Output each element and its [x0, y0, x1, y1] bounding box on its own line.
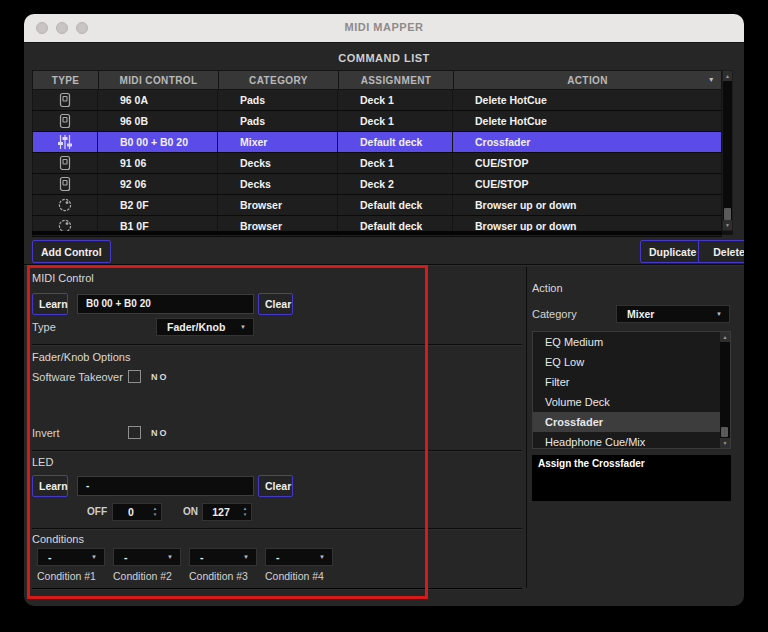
spinner-down-icon[interactable]: ▼ — [243, 513, 247, 518]
table-cell: 96 0A — [98, 90, 218, 110]
knob-icon — [32, 195, 98, 215]
action-option[interactable]: Volume Deck — [533, 392, 730, 412]
action-list: EQ MediumEQ LowFilterVolume DeckCrossfad… — [532, 331, 731, 449]
midi-control-value-field[interactable]: B0 00 + B0 20 — [77, 294, 254, 314]
command-table: TYPEMIDI CONTROLCATEGORYASSIGNMENTACTION… — [32, 70, 733, 235]
pad-icon — [32, 111, 98, 131]
type-select[interactable]: Fader/Knob ▼ — [156, 318, 254, 336]
condition-1-select[interactable]: -▼ — [37, 548, 105, 566]
table-cell: 91 06 — [98, 153, 218, 173]
pad-icon — [32, 90, 98, 110]
table-cell: Default deck — [338, 195, 453, 215]
spinner-down-icon[interactable]: ▼ — [153, 513, 157, 518]
duplicate-button[interactable]: Duplicate — [640, 240, 705, 263]
column-header-assignment[interactable]: ASSIGNMENT — [338, 70, 453, 90]
window-title: MIDI MAPPER — [24, 21, 744, 33]
divider — [32, 588, 522, 590]
scroll-down-icon[interactable]: ▼ — [723, 220, 732, 230]
table-vertical-scrollbar[interactable]: ▲ ▼ — [722, 70, 733, 231]
column-header-category[interactable]: CATEGORY — [218, 70, 338, 90]
condition-label: Condition #4 — [265, 570, 324, 582]
chevron-down-icon: ▼ — [243, 554, 256, 560]
table-cell: CUE/STOP — [453, 153, 722, 173]
scroll-down-icon[interactable]: ▼ — [720, 438, 730, 448]
table-cell: Delete HotCue — [453, 90, 722, 110]
pad-icon — [32, 153, 98, 173]
action-option[interactable]: Crossfader — [533, 412, 730, 432]
scroll-up-icon[interactable]: ▲ — [720, 332, 730, 342]
condition-4-select[interactable]: -▼ — [265, 548, 333, 566]
scroll-up-icon[interactable]: ▲ — [723, 71, 732, 81]
table-cell: B2 0F — [98, 195, 218, 215]
midi-learn-button[interactable]: Learn — [32, 293, 68, 315]
invert-value: NO — [151, 428, 169, 438]
titlebar[interactable]: MIDI MAPPER — [24, 14, 744, 43]
chevron-down-icon: ▼ — [91, 554, 104, 560]
column-header-type[interactable]: TYPE — [32, 70, 98, 90]
scrollbar-thumb[interactable] — [724, 208, 731, 220]
led-off-label: OFF — [87, 506, 107, 517]
table-row[interactable]: 96 0BPadsDeck 1Delete HotCue — [32, 111, 722, 132]
column-header-midi-control[interactable]: MIDI CONTROL — [98, 70, 218, 90]
command-list-title: COMMAND LIST — [24, 52, 744, 64]
table-horizontal-scrollbar[interactable] — [32, 231, 722, 235]
divider — [24, 264, 744, 266]
conditions-labels: Condition #1Condition #2Condition #3Cond… — [24, 570, 522, 584]
conditions-row: -▼-▼-▼-▼ — [24, 548, 522, 566]
column-header-action[interactable]: ACTION▼ — [453, 70, 722, 90]
action-option[interactable]: Headphone Cue/Mix — [533, 432, 730, 449]
command-table-body: 96 0APadsDeck 1Delete HotCue96 0BPadsDec… — [32, 90, 722, 237]
pad-icon — [32, 174, 98, 194]
table-row[interactable]: B0 00 + B0 20MixerDefault deckCrossfader — [32, 132, 722, 153]
command-table-header: TYPEMIDI CONTROLCATEGORYASSIGNMENTACTION… — [32, 70, 722, 90]
table-cell: CUE/STOP — [453, 174, 722, 194]
spinner-up-icon[interactable]: ▲ — [153, 507, 157, 512]
led-on-value: 127 — [203, 506, 239, 518]
led-off-spinner[interactable]: 0 ▲ ▼ — [112, 503, 162, 521]
condition-select-value: - — [190, 551, 243, 563]
table-cell: 92 06 — [98, 174, 218, 194]
action-option[interactable]: EQ Medium — [533, 332, 730, 352]
condition-2-select[interactable]: -▼ — [113, 548, 181, 566]
table-cell: Browser up or down — [453, 195, 722, 215]
invert-checkbox[interactable] — [128, 426, 141, 439]
table-row[interactable]: B2 0FBrowserDefault deckBrowser up or do… — [32, 195, 722, 216]
table-row[interactable]: 91 06DecksDeck 1CUE/STOP — [32, 153, 722, 174]
invert-label: Invert — [32, 427, 60, 439]
chevron-down-icon: ▼ — [319, 554, 332, 560]
chevron-down-icon: ▼ — [167, 554, 180, 560]
midi-control-section-title: MIDI Control — [32, 272, 94, 284]
led-value-field[interactable]: - — [77, 476, 254, 496]
table-row[interactable]: 92 06DecksDeck 2CUE/STOP — [32, 174, 722, 195]
table-cell: 96 0B — [98, 111, 218, 131]
table-cell: Pads — [218, 111, 338, 131]
midi-clear-button[interactable]: Clear — [258, 293, 293, 315]
action-list-scrollbar[interactable]: ▲ ▼ — [720, 332, 730, 448]
add-control-button[interactable]: Add Control — [32, 240, 111, 263]
action-option[interactable]: EQ Low — [533, 352, 730, 372]
table-cell: Pads — [218, 90, 338, 110]
led-learn-button[interactable]: Learn — [32, 475, 68, 497]
led-on-spinner[interactable]: 127 ▲ ▼ — [202, 503, 252, 521]
divider — [32, 528, 522, 530]
divider — [32, 450, 522, 452]
scrollbar-thumb[interactable] — [721, 427, 728, 437]
software-takeover-checkbox[interactable] — [128, 370, 141, 383]
desktop-background: MIDI MAPPER COMMAND LIST TYPEMIDI CONTRO… — [0, 0, 768, 632]
table-row[interactable]: 96 0APadsDeck 1Delete HotCue — [32, 90, 722, 111]
spinner-arrows[interactable]: ▲ ▼ — [149, 507, 161, 518]
conditions-section-title: Conditions — [32, 533, 84, 545]
midi-mapper-window: MIDI MAPPER COMMAND LIST TYPEMIDI CONTRO… — [24, 14, 744, 606]
action-description: Assign the Crossfader — [532, 455, 731, 501]
action-filter-icon[interactable]: ▼ — [708, 76, 715, 83]
divider — [32, 344, 522, 346]
delete-button[interactable]: Delete — [698, 240, 744, 263]
action-options: EQ MediumEQ LowFilterVolume DeckCrossfad… — [533, 332, 730, 449]
condition-select-value: - — [266, 551, 319, 563]
category-select[interactable]: Mixer ▼ — [616, 305, 730, 323]
spinner-arrows[interactable]: ▲ ▼ — [239, 507, 251, 518]
action-option[interactable]: Filter — [533, 372, 730, 392]
spinner-up-icon[interactable]: ▲ — [243, 507, 247, 512]
led-clear-button[interactable]: Clear — [258, 475, 293, 497]
condition-3-select[interactable]: -▼ — [189, 548, 257, 566]
